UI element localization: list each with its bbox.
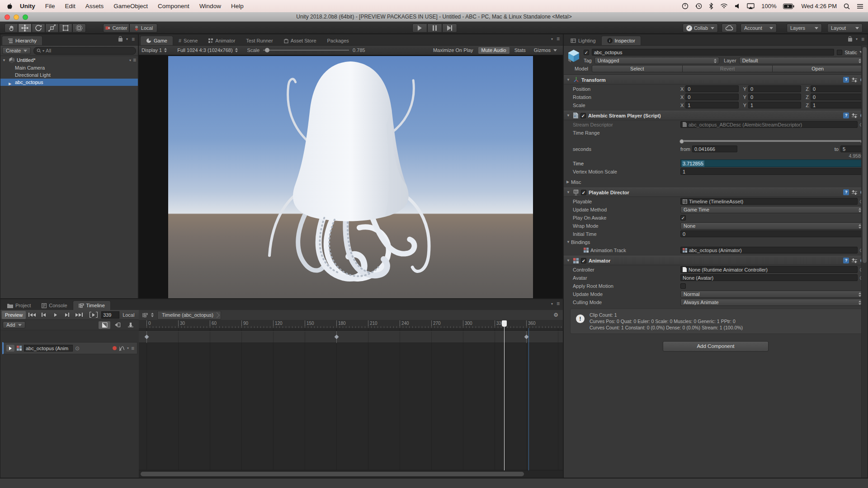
tab-lighting[interactable]: Lighting	[565, 36, 601, 45]
pane-menu-icon[interactable]: ≡	[132, 37, 135, 42]
pane-menu-icon[interactable]: ≡	[557, 301, 560, 306]
misc-foldout-row[interactable]: ▶ Misc	[564, 178, 864, 186]
rotation-x-field[interactable]: 0	[685, 94, 738, 100]
from-field[interactable]: 0.041666	[692, 145, 737, 152]
notification-center-icon[interactable]	[857, 4, 863, 9]
tab-packages[interactable]: Packages	[322, 36, 354, 45]
timeline-play-button[interactable]	[50, 311, 61, 319]
maximize-on-play-button[interactable]: Maximize On Play	[430, 47, 476, 54]
layer-dropdown[interactable]: Default	[739, 57, 864, 64]
alembic-header[interactable]: ▼ # Alembic Stream Player (Script)	[564, 111, 868, 120]
previous-frame-button[interactable]	[38, 311, 49, 319]
timeline-ruler[interactable]: 0 30 60 90 120 150 180 210 240 270 300 3…	[139, 320, 563, 328]
inspector-scrollbar[interactable]	[861, 45, 868, 478]
menu-component[interactable]: Component	[153, 3, 194, 9]
position-x-field[interactable]: 0	[685, 85, 738, 92]
wrap-mode-dropdown[interactable]: None	[680, 222, 864, 230]
model-open-button[interactable]: Open	[772, 65, 863, 72]
track-menu-icon[interactable]: ≡	[131, 346, 134, 351]
pane-menu-icon[interactable]: ≡	[557, 37, 560, 41]
to-field[interactable]: 5	[840, 145, 864, 152]
pane-dropdown-icon[interactable]: ▾	[551, 302, 553, 306]
menu-file[interactable]: File	[40, 3, 60, 9]
play-on-awake-checkbox[interactable]	[680, 215, 686, 221]
position-z-field[interactable]: 0	[811, 85, 864, 92]
foldout-icon[interactable]: ▼	[566, 258, 571, 263]
aspect-dropdown[interactable]: Full 1024 4:3 (1024x768)	[177, 47, 238, 53]
edit-mode-ripple-icon[interactable]	[112, 321, 123, 329]
preset-icon[interactable]	[852, 113, 857, 118]
tab-asset-store[interactable]: Asset Store	[278, 36, 322, 45]
foldout-icon[interactable]: ▼	[566, 113, 571, 117]
scene-row[interactable]: ▼ Untitled* ▾ ≡	[0, 56, 138, 64]
menu-window[interactable]: Window	[194, 3, 226, 9]
apply-root-motion-checkbox[interactable]	[680, 283, 686, 289]
vertex-motion-scale-field[interactable]: 1	[680, 168, 864, 175]
update-method-dropdown[interactable]: Game Time	[680, 206, 864, 213]
tab-hierarchy[interactable]: Hierarchy	[2, 36, 42, 45]
help-icon[interactable]	[843, 113, 849, 118]
foldout-icon[interactable]: ▶	[566, 180, 571, 184]
tab-scene[interactable]: #Scene	[173, 36, 203, 45]
pause-button[interactable]	[427, 23, 442, 33]
transform-tool-button[interactable]	[72, 23, 86, 33]
go-to-start-button[interactable]	[26, 311, 38, 319]
hierarchy-item-directional-light[interactable]: Directional Light	[0, 71, 138, 79]
model-select-button[interactable]: Select	[592, 65, 683, 72]
bindings-foldout-row[interactable]: ▼ Bindings	[564, 238, 864, 246]
timeline-settings-gear-icon[interactable]	[553, 312, 558, 318]
playhead-handle[interactable]	[502, 320, 507, 327]
animator-header[interactable]: ▼ Animator	[564, 256, 868, 265]
time-machine-icon[interactable]	[695, 3, 702, 9]
menu-gameobject[interactable]: GameObject	[108, 3, 153, 9]
animation-track-binding-field[interactable]: abc_octopus (Animator)	[680, 247, 858, 253]
tab-game[interactable]: Game	[140, 36, 173, 45]
item-foldout-icon[interactable]: ▶	[9, 80, 13, 88]
menubar-clock[interactable]: Wed 4:26 PM	[801, 3, 837, 9]
preset-icon[interactable]	[852, 77, 857, 83]
rect-tool-button[interactable]	[59, 23, 72, 33]
time-ref-dropdown[interactable]: Local	[123, 312, 134, 318]
foldout-icon[interactable]: ▼	[566, 240, 571, 244]
object-picker-icon[interactable]: ⊙	[75, 346, 80, 351]
volume-icon[interactable]	[735, 3, 740, 9]
collab-button[interactable]: ✓ Collab	[683, 23, 718, 33]
hierarchy-item-abc-octopus[interactable]: ▶ abc_octopus	[0, 79, 138, 86]
track-foldout-button[interactable]	[6, 345, 14, 352]
transform-header[interactable]: ▼ Transform	[564, 75, 868, 84]
status-dial-icon[interactable]	[682, 3, 689, 9]
account-button[interactable]: Account	[741, 23, 777, 33]
culling-mode-dropdown[interactable]: Always Animate	[680, 299, 864, 306]
record-button[interactable]	[113, 346, 117, 350]
window-titlebar[interactable]: Unity 2018.2.0b8 (64bit) - [PREVIEW PACK…	[0, 12, 868, 22]
wifi-icon[interactable]	[720, 3, 728, 9]
update-mode-dropdown[interactable]: Normal	[680, 291, 864, 298]
menu-assets[interactable]: Assets	[80, 3, 109, 9]
preset-icon[interactable]	[852, 190, 857, 195]
track-dropdown-icon[interactable]: ▾	[127, 346, 129, 350]
edit-mode-mix-icon[interactable]	[99, 321, 110, 329]
add-track-button[interactable]: Add	[3, 321, 25, 328]
initial-time-field[interactable]: 0	[680, 230, 864, 237]
pane-menu-icon[interactable]: ≡	[861, 37, 864, 42]
gameobject-name-field[interactable]: abc_octopus	[592, 49, 834, 56]
pane-dropdown-icon[interactable]: ▾	[551, 37, 553, 41]
cloud-button[interactable]	[722, 23, 737, 33]
active-checkbox[interactable]	[584, 50, 589, 55]
timeline-selector-icon[interactable]	[151, 313, 154, 317]
help-icon[interactable]	[843, 258, 849, 263]
hierarchy-item-main-camera[interactable]: Main Camera	[0, 64, 138, 71]
pane-dropdown-icon[interactable]: ▾	[126, 37, 128, 41]
edit-mode-replace-icon[interactable]	[125, 321, 137, 329]
rotate-tool-button[interactable]	[32, 23, 45, 33]
tab-test-runner[interactable]: Test Runner	[241, 36, 278, 45]
scene-foldout-icon[interactable]: ▼	[2, 58, 7, 62]
playable-director-header[interactable]: ▼ Playable Director	[564, 188, 868, 197]
tab-project[interactable]: Project	[2, 301, 36, 310]
orientation-toggle-button[interactable]: Local	[129, 23, 157, 33]
controller-field[interactable]: None (Runtime Animator Controller)	[680, 266, 858, 273]
scale-tool-button[interactable]	[45, 23, 59, 33]
animation-track-clip[interactable]	[139, 331, 563, 343]
timeline-horizontal-scrollbar[interactable]	[139, 470, 563, 478]
position-y-field[interactable]: 0	[748, 85, 801, 92]
